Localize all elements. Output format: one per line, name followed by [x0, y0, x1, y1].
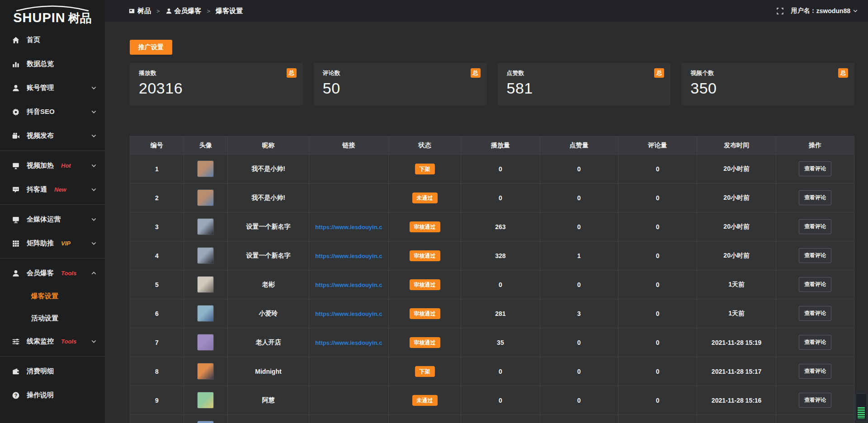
- sidebar-item-home[interactable]: 首页: [0, 28, 105, 52]
- status-badge: 审核通过: [410, 221, 440, 232]
- help-icon: ?: [12, 391, 20, 400]
- column-header: 链接: [309, 136, 388, 155]
- cell-comments: 0: [618, 299, 697, 328]
- user-menu[interactable]: 用户名：zswodun88: [791, 7, 858, 15]
- stat-value: 50: [323, 80, 479, 97]
- cell-action: 查看评论: [776, 183, 854, 212]
- user-icon: [165, 8, 172, 14]
- view-comments-button[interactable]: 查看评论: [799, 306, 831, 321]
- promo-settings-button[interactable]: 推广设置: [130, 40, 172, 55]
- sidebar-item-account-manage[interactable]: 账号管理: [0, 76, 105, 100]
- breadcrumb-item-baoke-settings[interactable]: 爆客设置: [216, 7, 243, 15]
- table-row: 3设置一个新名字https://www.iesdouyin.c审核通过26300…: [130, 212, 854, 241]
- cell-status: 未通过: [388, 386, 461, 415]
- cell-plays: 0: [461, 183, 540, 212]
- cell-likes: 0: [540, 212, 618, 241]
- video-link[interactable]: https://www.iesdouyin.c: [315, 253, 382, 259]
- divider: [0, 258, 105, 258]
- view-comments-button[interactable]: 查看评论: [799, 364, 831, 379]
- sidebar-item-video-heat[interactable]: 视频加热Hot: [0, 154, 105, 178]
- cell-likes: 0: [540, 183, 618, 212]
- table-row: 9阿慧未通过0002021-11-28 15:16查看评论: [130, 386, 854, 415]
- cell-avatar: [184, 155, 228, 183]
- cell-id: 5: [130, 270, 184, 299]
- cell-comments: 0: [618, 241, 697, 270]
- sidebar-item-data-overview[interactable]: 数据总览: [0, 52, 105, 76]
- view-comments-button[interactable]: 查看评论: [799, 248, 831, 263]
- sidebar-subitem-activity-settings[interactable]: 活动设置: [0, 307, 105, 329]
- video-link[interactable]: https://www.iesdouyin.c: [315, 310, 382, 317]
- logo-text-en: SHUPIN: [13, 10, 66, 25]
- cell-link: https://www.iesdouyin.c: [309, 241, 388, 270]
- chevron-down-icon: [91, 85, 97, 91]
- cell-link: [309, 357, 388, 386]
- sidebar-item-consume-detail[interactable]: 消费明细: [0, 359, 105, 383]
- sidebar-item-clue-monitor[interactable]: 线索监控Tools: [0, 329, 105, 353]
- cell-nickname: 设置一个新名字: [228, 241, 309, 270]
- sidebar-item-matrix-boost[interactable]: 矩阵助推VIP: [0, 231, 105, 255]
- cell-action: 查看评论: [776, 328, 854, 357]
- cell-likes: 0: [540, 328, 618, 357]
- avatar: [197, 247, 214, 264]
- sidebar-item-tag: Tools: [61, 270, 76, 277]
- cell-comments: 0: [618, 183, 697, 212]
- cell-nickname: Midnight: [228, 357, 309, 386]
- cell-plays: 35: [461, 328, 540, 357]
- avatar: [197, 305, 214, 322]
- green-stripes-icon: [858, 407, 865, 419]
- stat-label: 点赞数: [507, 69, 663, 77]
- cell-likes: 3: [540, 299, 618, 328]
- cell-id: 7: [130, 328, 184, 357]
- sidebar-item-video-publish[interactable]: 视频发布: [0, 124, 105, 148]
- logo: SHUPIN 树品: [0, 0, 105, 28]
- status-badge: 审核通过: [410, 250, 440, 261]
- sidebar-item-operation-guide[interactable]: ?操作说明: [0, 383, 105, 407]
- sidebar-item-label: 视频加热: [27, 161, 54, 170]
- chevron-down-icon: [91, 240, 97, 246]
- cell-time: 20小时前: [697, 241, 776, 270]
- total-badge: 总: [838, 68, 848, 78]
- cell-plays: 281: [461, 299, 540, 328]
- view-comments-button[interactable]: 查看评论: [799, 219, 831, 234]
- video-link[interactable]: https://www.iesdouyin.c: [315, 282, 382, 288]
- column-header: 发布时间: [697, 136, 776, 155]
- status-badge: 审核通过: [410, 279, 440, 290]
- view-comments-button[interactable]: 查看评论: [799, 277, 831, 292]
- cell-time: 20小时前: [697, 155, 776, 183]
- fullscreen-icon[interactable]: [776, 7, 784, 15]
- view-comments-button[interactable]: 查看评论: [799, 161, 831, 176]
- sidebar-item-douketong[interactable]: 抖客通New: [0, 178, 105, 202]
- view-comments-button[interactable]: 查看评论: [799, 335, 831, 350]
- cell-avatar: [184, 212, 228, 241]
- floating-widget[interactable]: [855, 393, 867, 421]
- breadcrumb-item-member-baoke[interactable]: 会员爆客: [165, 7, 202, 15]
- sidebar-item-omni-media[interactable]: 全媒体运营: [0, 207, 105, 231]
- cell-id: 9: [130, 386, 184, 415]
- video-link[interactable]: https://www.iesdouyin.c: [315, 224, 382, 230]
- cell-action: 查看评论: [776, 155, 854, 183]
- status-badge: 未通过: [412, 193, 438, 203]
- column-header: 播放量: [461, 136, 540, 155]
- sidebar-item-label: 会员爆客: [27, 269, 54, 277]
- cell-link: [309, 183, 388, 212]
- avatar: [197, 189, 214, 206]
- sliders-icon: [12, 338, 20, 346]
- cell-action: 查看评论: [776, 241, 854, 270]
- monitor-icon: [12, 162, 20, 170]
- sidebar-item-douyin-seo[interactable]: 抖音SEO: [0, 100, 105, 124]
- cell-comments: 0: [618, 212, 697, 241]
- cell-likes: 0: [540, 386, 618, 415]
- sidebar-item-member-baoke[interactable]: 会员爆客Tools: [0, 261, 105, 285]
- table-row: 2我不是小帅!未通过00020小时前查看评论: [130, 183, 854, 212]
- view-comments-button[interactable]: 查看评论: [799, 393, 831, 408]
- view-comments-button[interactable]: 查看评论: [799, 190, 831, 205]
- cell-link: https://www.iesdouyin.c: [309, 270, 388, 299]
- sidebar-item-label: 消费明细: [27, 367, 54, 376]
- sidebar-subitem-baoke-settings[interactable]: 爆客设置: [0, 285, 105, 307]
- breadcrumb-item-shupin[interactable]: 树品: [128, 7, 151, 15]
- video-link[interactable]: https://www.iesdouyin.c: [315, 339, 382, 346]
- table-row: 4设置一个新名字https://www.iesdouyin.c审核通过32810…: [130, 241, 854, 270]
- cell-plays: 0: [461, 357, 540, 386]
- table-row: 7老人开店https://www.iesdouyin.c审核通过35002021…: [130, 328, 854, 357]
- cell-status: 下架: [388, 155, 461, 183]
